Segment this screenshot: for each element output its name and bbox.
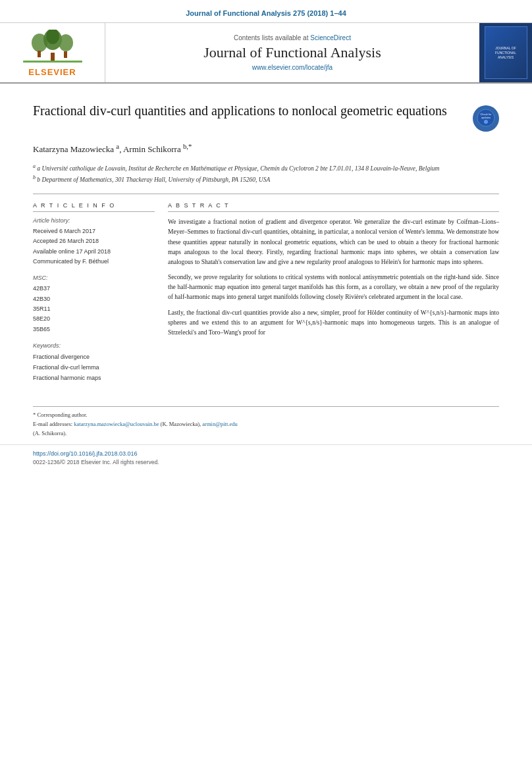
- svg-rect-4: [51, 53, 55, 61]
- article-history-label: Article history:: [33, 217, 155, 224]
- author-mazowiecka: Katarzyna Mazowiecka: [33, 144, 116, 154]
- keyword-2: Fractional harmonic maps: [33, 373, 155, 383]
- sciencedirect-link[interactable]: ScienceDirect: [310, 34, 351, 41]
- keywords-label: Keywords:: [33, 342, 155, 349]
- abstract-para-1: We investigate a fractional notion of gr…: [168, 217, 499, 267]
- abstract-para-2: Secondly, we prove regularity for soluti…: [168, 273, 499, 303]
- svg-rect-6: [64, 51, 67, 58]
- elsevier-tree-icon: [20, 30, 86, 66]
- bottom-bar: https://doi.org/10.1016/j.jfa.2018.03.01…: [0, 444, 532, 471]
- two-col-layout: A R T I C L E I N F O Article history: R…: [33, 194, 499, 383]
- email1-link[interactable]: katarzyna.mazowiecka@uclouvain.be: [74, 421, 159, 427]
- keyword-0: Fractional divergence: [33, 352, 155, 362]
- email-addresses-line: E-mail addresses: katarzyna.mazowiecka@u…: [33, 420, 499, 429]
- footnote-section: * Corresponding author. E-mail addresses…: [0, 407, 532, 444]
- thumb-text: JOURNAL OF FUNCTIONAL ANALYSIS: [495, 46, 516, 60]
- email1-name: (K. Mazowiecka),: [161, 421, 201, 427]
- msc-block: MSC: 42B37 42B30 35R11 58E20 35B65: [33, 275, 155, 334]
- abstract-para-3: Lastly, the fractional div-curl quantiti…: [168, 308, 499, 338]
- check-for-updates-text: Check for updates: [477, 109, 495, 128]
- journal-header-bar: Journal of Functional Analysis 275 (2018…: [0, 0, 532, 23]
- affiliation-a: a a Université catholique de Louvain, In…: [33, 163, 499, 173]
- abstract-text: We investigate a fractional notion of gr…: [168, 217, 499, 338]
- affiliations-block: a a Université catholique de Louvain, In…: [33, 163, 499, 184]
- authors-line: Katarzyna Mazowiecka a, Armin Schikorra …: [33, 142, 499, 155]
- journal-title-top: Journal of Functional Analysis 275 (2018…: [186, 9, 346, 17]
- abstract-col: A B S T R A C T We investigate a fractio…: [168, 202, 499, 383]
- received-date: Received 6 March 2017: [33, 226, 155, 236]
- msc-codes: 42B37 42B30 35R11 58E20 35B65: [33, 284, 155, 334]
- article-info-label: A R T I C L E I N F O: [33, 202, 155, 212]
- main-content: Fractional div-curl quantities and appli…: [0, 84, 532, 396]
- paper-title-section: Fractional div-curl quantities and appli…: [33, 95, 499, 132]
- svg-rect-5: [38, 51, 41, 57]
- paper-title: Fractional div-curl quantities and appli…: [33, 102, 463, 120]
- svg-rect-8: [23, 61, 82, 63]
- svg-point-12: [484, 120, 488, 124]
- contents-line: Contents lists available at ScienceDirec…: [234, 34, 351, 41]
- msc-code-1: 42B30: [33, 294, 155, 304]
- author-schikorra: Armin Schikorra: [123, 144, 183, 154]
- msc-code-0: 42B37: [33, 284, 155, 294]
- email2-link[interactable]: armin@pitt.edu: [202, 421, 237, 427]
- communicated-by: Communicated by F. Béthuel: [33, 257, 155, 267]
- journal-thumb-inner: JOURNAL OF FUNCTIONAL ANALYSIS: [485, 26, 527, 79]
- doi-link[interactable]: https://doi.org/10.1016/j.jfa.2018.03.01…: [33, 450, 499, 457]
- msc-label: MSC:: [33, 275, 155, 281]
- msc-code-4: 35B65: [33, 325, 155, 334]
- affiliation-b: b b Department of Mathematics, 301 Thack…: [33, 174, 499, 184]
- accepted-date: Accepted 26 March 2018: [33, 236, 155, 246]
- journal-thumb-box: JOURNAL OF FUNCTIONAL ANALYSIS: [479, 23, 532, 82]
- keywords-list: Fractional divergence Fractional div-cur…: [33, 352, 155, 384]
- journal-center-box: Contents lists available at ScienceDirec…: [105, 23, 479, 82]
- elsevier-label: ELSEVIER: [28, 67, 76, 77]
- elsevier-header: ELSEVIER Contents lists available at Sci…: [0, 23, 532, 84]
- page: Journal of Functional Analysis 275 (2018…: [0, 0, 532, 765]
- article-info-col: A R T I C L E I N F O Article history: R…: [33, 202, 155, 383]
- journal-main-title: Journal of Functional Analysis: [203, 44, 381, 61]
- keywords-block: Keywords: Fractional divergence Fraction…: [33, 342, 155, 384]
- corresponding-author-note: * Corresponding author.: [33, 411, 499, 420]
- svg-text:updates: updates: [481, 116, 491, 119]
- check-for-updates-badge: Check for updates: [473, 105, 499, 132]
- elsevier-logo-box: ELSEVIER: [0, 23, 105, 82]
- msc-code-3: 58E20: [33, 314, 155, 324]
- abstract-label: A B S T R A C T: [168, 202, 499, 212]
- keyword-1: Fractional div-curl lemma: [33, 362, 155, 373]
- msc-code-2: 35R11: [33, 304, 155, 314]
- copyright-text: 0022-1236/© 2018 Elsevier Inc. All right…: [33, 459, 499, 465]
- affiliation-name-note: (A. Schikorra).: [33, 429, 499, 438]
- journal-url[interactable]: www.elsevier.com/locate/jfa: [252, 64, 332, 71]
- svg-point-3: [59, 34, 73, 51]
- available-online-date: Available online 17 April 2018: [33, 247, 155, 257]
